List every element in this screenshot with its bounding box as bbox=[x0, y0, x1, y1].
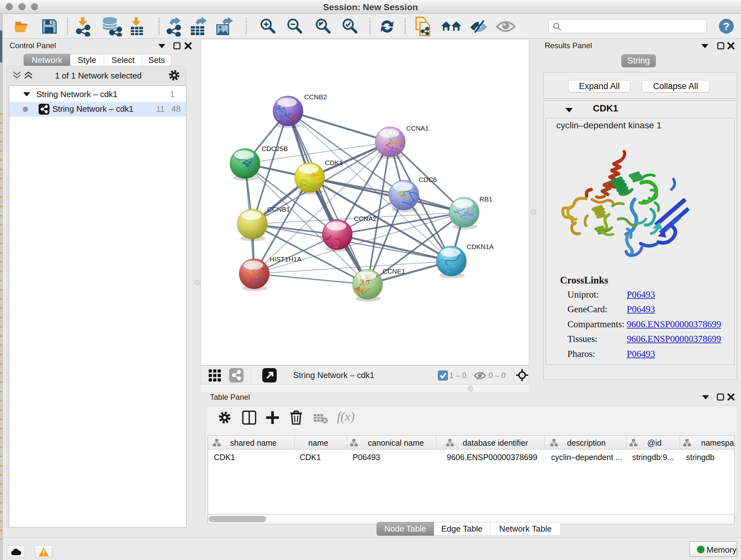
svg-text:CCNB2: CCNB2 bbox=[304, 93, 327, 101]
svg-text:CCNE1: CCNE1 bbox=[383, 267, 405, 275]
svg-text:CDC25B: CDC25B bbox=[262, 145, 288, 152]
svg-text:CDKN1A: CDKN1A bbox=[467, 243, 494, 250]
svg-text:CCNA2: CCNA2 bbox=[354, 215, 377, 222]
svg-text:CDK1: CDK1 bbox=[325, 159, 343, 166]
svg-text:CCNA1: CCNA1 bbox=[406, 125, 429, 132]
svg-text:HIST1H1A: HIST1H1A bbox=[270, 255, 301, 263]
svg-text:RB1: RB1 bbox=[479, 195, 492, 203]
svg-text:CCNB1: CCNB1 bbox=[267, 206, 290, 213]
svg-text:CDC6: CDC6 bbox=[419, 176, 437, 183]
